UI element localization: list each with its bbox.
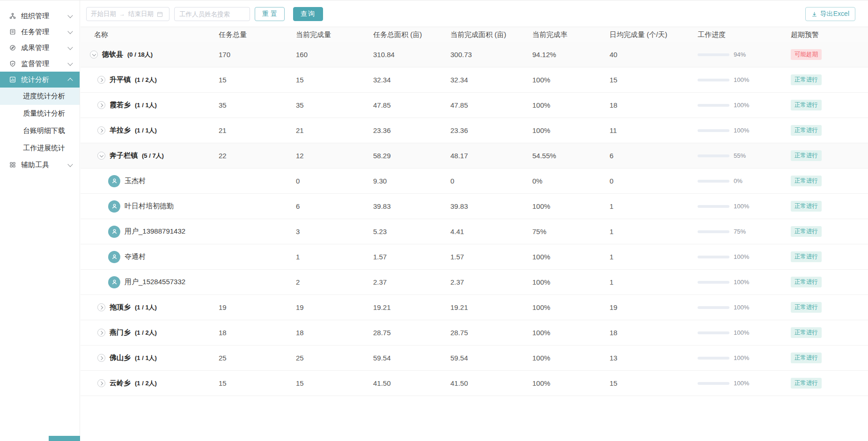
export-excel-button[interactable]: 导出Excel xyxy=(805,7,855,21)
done-count-cell: 19 xyxy=(296,303,373,311)
result-icon xyxy=(9,44,16,51)
completion-rate-cell: 100% xyxy=(532,202,610,210)
progress-percent-label: 55% xyxy=(734,152,746,159)
person-icon xyxy=(111,177,118,184)
row-name: 夺通村 xyxy=(125,252,146,261)
sidebar-item-tools[interactable]: 辅助工具 xyxy=(0,157,80,173)
completion-rate-cell: 100% xyxy=(532,303,610,311)
sidebar-item-label: 成果管理 xyxy=(21,44,63,52)
progress-bar xyxy=(698,154,729,157)
row-member-count: (1 / 1人) xyxy=(135,354,157,362)
progress-bar xyxy=(698,281,729,284)
collapse-row-button[interactable] xyxy=(97,152,105,160)
name-cell: 云岭乡(1 / 2人) xyxy=(81,379,219,388)
table-body: 德钦县(0 / 18人)170160310.84300.7394.12%4094… xyxy=(81,42,868,396)
progress-bar xyxy=(698,331,729,334)
sidebar-item-tasks[interactable]: 任务管理 xyxy=(0,24,80,40)
chevron-down-icon xyxy=(67,13,73,18)
sidebar-item-label: 监督管理 xyxy=(21,59,63,68)
completion-rate-cell: 100% xyxy=(532,101,610,109)
area-done-cell: 300.73 xyxy=(450,51,532,59)
row-member-count: (1 / 2人) xyxy=(135,379,157,388)
sidebar-item-supervision[interactable]: 监督管理 xyxy=(0,56,80,72)
warning-cell: 正常进行 xyxy=(791,327,867,338)
main-content: 开始日期 → 结束日期 重置 查询 导出Excel 名称 任务总量 当前完成量 … xyxy=(81,0,868,441)
sidebar-subitem-work-progress[interactable]: 工作进展统计 xyxy=(0,140,80,157)
status-badge: 正常进行 xyxy=(791,226,822,236)
collapse-row-button[interactable] xyxy=(90,51,98,59)
row-name: 叶日村培初德勤 xyxy=(125,202,174,211)
warning-cell: 正常进行 xyxy=(791,125,867,135)
sidebar-subitem-quality-stats[interactable]: 质量统计分析 xyxy=(0,105,80,122)
progress-bar xyxy=(698,205,729,208)
reset-button[interactable]: 重置 xyxy=(255,7,285,21)
name-cell: 霞若乡(1 / 1人) xyxy=(81,101,219,110)
expand-row-button[interactable] xyxy=(97,379,105,387)
area-total-cell: 58.29 xyxy=(373,152,450,160)
sidebar-bottom-accent xyxy=(49,436,80,441)
warning-cell: 正常进行 xyxy=(791,74,867,85)
progress-percent-label: 100% xyxy=(734,253,749,260)
chevron-down-icon xyxy=(67,162,73,167)
expand-row-button[interactable] xyxy=(97,126,105,134)
row-name: 用户_15284557332 xyxy=(125,278,185,287)
date-range-picker[interactable]: 开始日期 → 结束日期 xyxy=(86,7,169,21)
area-total-cell: 32.34 xyxy=(373,76,450,84)
area-total-cell: 41.50 xyxy=(373,379,450,387)
person-icon xyxy=(111,253,118,260)
daily-average-cell: 19 xyxy=(610,303,698,311)
daily-average-cell: 1 xyxy=(610,278,698,286)
progress-cell: 75% xyxy=(698,228,791,235)
sidebar-subitem-progress-stats[interactable]: 进度统计分析 xyxy=(0,88,80,105)
completion-rate-cell: 100% xyxy=(532,354,610,362)
column-header-warning: 超期预警 xyxy=(791,30,867,39)
expand-row-button[interactable] xyxy=(97,303,105,311)
sidebar-subitem-ledger-download[interactable]: 台账明细下载 xyxy=(0,122,80,140)
column-header-done: 当前完成量 xyxy=(296,30,373,39)
status-badge: 正常进行 xyxy=(791,277,822,287)
status-badge: 正常进行 xyxy=(791,100,822,110)
expand-row-button[interactable] xyxy=(97,329,105,337)
progress-cell: 94% xyxy=(698,51,791,58)
task-total-cell: 22 xyxy=(219,152,296,160)
expand-row-button[interactable] xyxy=(97,101,105,109)
sidebar-item-statistics[interactable]: 统计分析 xyxy=(0,72,80,88)
completion-rate-cell: 54.55% xyxy=(532,152,610,160)
name-cell: 用户_15284557332 xyxy=(81,276,219,288)
sidebar-item-label: 辅助工具 xyxy=(21,161,63,169)
expand-row-button[interactable] xyxy=(97,354,105,362)
avatar xyxy=(108,226,120,238)
row-member-count: (5 / 7人) xyxy=(142,152,164,160)
submenu-item-label: 质量统计分析 xyxy=(23,109,65,118)
area-done-cell: 4.41 xyxy=(450,228,532,235)
query-button[interactable]: 查询 xyxy=(293,7,323,21)
done-count-cell: 1 xyxy=(296,253,373,261)
warning-cell: 正常进行 xyxy=(791,100,867,110)
search-input[interactable] xyxy=(174,7,250,21)
table-row: 羊拉乡(1 / 1人)212123.3623.36100%11100%正常进行 xyxy=(81,118,868,143)
done-count-cell: 35 xyxy=(296,101,373,109)
table-header: 名称 任务总量 当前完成量 任务总面积 (亩) 当前完成面积 (亩) 当前完成率… xyxy=(81,27,868,42)
table-row: 玉杰村09.3000%00%正常进行 xyxy=(81,169,868,194)
expand-row-button[interactable] xyxy=(97,76,105,84)
stats-icon xyxy=(9,76,16,83)
progress-table: 名称 任务总量 当前完成量 任务总面积 (亩) 当前完成面积 (亩) 当前完成率… xyxy=(81,27,868,396)
task-total-cell: 21 xyxy=(219,126,296,134)
progress-percent-label: 100% xyxy=(734,380,749,387)
table-row: 夺通村11.571.57100%1100%正常进行 xyxy=(81,244,868,270)
table-row: 燕门乡(1 / 2人)181828.7528.75100%18100%正常进行 xyxy=(81,320,868,345)
name-cell: 叶日村培初德勤 xyxy=(81,200,219,213)
submenu-item-label: 进度统计分析 xyxy=(23,92,65,101)
sidebar-item-label: 统计分析 xyxy=(21,75,63,84)
status-badge: 正常进行 xyxy=(791,378,822,388)
row-member-count: (1 / 1人) xyxy=(135,303,157,312)
export-button-label: 导出Excel xyxy=(820,10,849,18)
sidebar-item-label: 组织管理 xyxy=(21,12,63,21)
sidebar-item-results[interactable]: 成果管理 xyxy=(0,40,80,56)
column-header-daily: 日均完成量 (个/天) xyxy=(610,30,698,39)
progress-percent-label: 100% xyxy=(734,354,749,361)
daily-average-cell: 6 xyxy=(610,152,698,160)
sidebar-item-org[interactable]: 组织管理 xyxy=(0,8,80,24)
date-range-arrow-icon: → xyxy=(119,11,125,17)
progress-percent-label: 100% xyxy=(734,279,749,286)
